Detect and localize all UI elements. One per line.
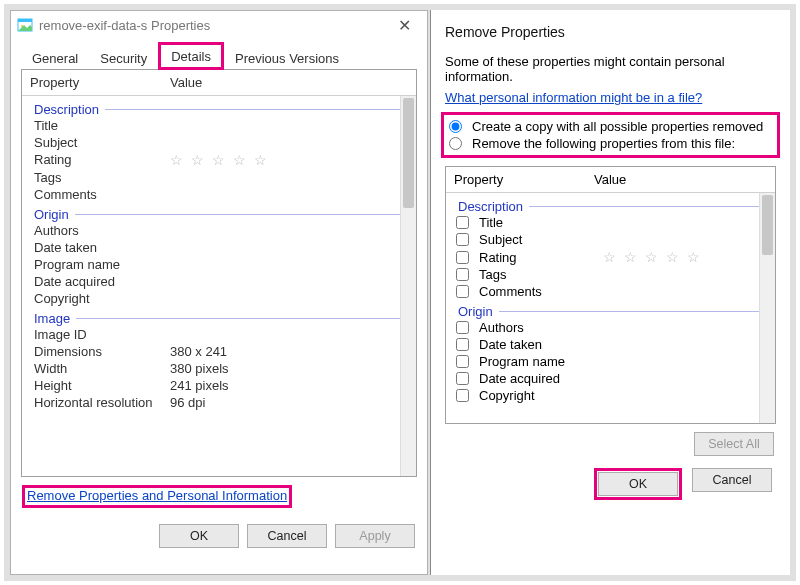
apply-button[interactable]: Apply xyxy=(335,524,415,548)
property-check-row[interactable]: Date acquired xyxy=(454,370,775,387)
radio-remove-following[interactable]: Remove the following properties from thi… xyxy=(447,135,771,152)
section-header: Image xyxy=(30,307,416,326)
property-check-row[interactable]: Rating☆ ☆ ☆ ☆ ☆ xyxy=(454,248,775,266)
window-title: remove-exif-data-s Properties xyxy=(39,18,210,33)
property-row[interactable]: Subject xyxy=(30,134,416,151)
property-checkbox[interactable] xyxy=(456,321,469,334)
scrollbar[interactable] xyxy=(400,96,416,476)
property-checkbox[interactable] xyxy=(456,389,469,402)
ok-button[interactable]: OK xyxy=(598,472,678,496)
section-header: Origin xyxy=(454,300,775,319)
dialog-title: Remove Properties xyxy=(445,24,776,40)
close-icon[interactable]: ✕ xyxy=(388,16,421,35)
property-check-row[interactable]: Program name xyxy=(454,353,775,370)
property-row[interactable]: Tags xyxy=(30,169,416,186)
property-checkbox[interactable] xyxy=(456,338,469,351)
tab-previous-versions[interactable]: Previous Versions xyxy=(224,46,350,70)
info-text: Some of these properties might contain p… xyxy=(445,54,776,84)
rating-stars[interactable]: ☆ ☆ ☆ ☆ ☆ xyxy=(170,152,269,168)
rating-stars[interactable]: ☆ ☆ ☆ ☆ ☆ xyxy=(603,249,702,265)
property-row[interactable]: Date taken xyxy=(30,239,416,256)
property-row[interactable]: Width380 pixels xyxy=(30,360,416,377)
tab-details[interactable]: Details xyxy=(158,42,224,70)
property-checkbox[interactable] xyxy=(456,355,469,368)
remove-properties-window: Remove Properties Some of these properti… xyxy=(430,10,790,575)
column-value[interactable]: Value xyxy=(586,167,775,193)
property-row[interactable]: Comments xyxy=(30,186,416,203)
remove-properties-link[interactable]: Remove Properties and Personal Informati… xyxy=(27,488,287,503)
radio-create-copy-input[interactable] xyxy=(449,120,462,133)
property-check-row[interactable]: Date taken xyxy=(454,336,775,353)
tab-general[interactable]: General xyxy=(21,46,89,70)
property-row[interactable]: Title xyxy=(30,117,416,134)
property-checkbox[interactable] xyxy=(456,268,469,281)
property-row[interactable]: Authors xyxy=(30,222,416,239)
file-properties-window: remove-exif-data-s Properties ✕ General … xyxy=(10,10,428,575)
scrollbar[interactable] xyxy=(759,193,775,423)
cancel-button[interactable]: Cancel xyxy=(692,468,772,492)
property-checkbox[interactable] xyxy=(456,216,469,229)
property-row[interactable]: Copyright xyxy=(30,290,416,307)
svg-rect-1 xyxy=(18,19,32,22)
cancel-button[interactable]: Cancel xyxy=(247,524,327,548)
property-row[interactable]: Date acquired xyxy=(30,273,416,290)
property-row[interactable]: Rating☆ ☆ ☆ ☆ ☆ xyxy=(30,151,416,169)
select-all-button[interactable]: Select All xyxy=(694,432,774,456)
property-check-list: Property Value DescriptionTitleSubjectRa… xyxy=(445,166,776,424)
property-check-row[interactable]: Subject xyxy=(454,231,775,248)
property-checkbox[interactable] xyxy=(456,251,469,264)
column-property[interactable]: Property xyxy=(446,167,586,193)
tab-security[interactable]: Security xyxy=(89,46,158,70)
section-header: Description xyxy=(454,195,775,214)
tabstrip: General Security Details Previous Versio… xyxy=(11,39,427,69)
property-checkbox[interactable] xyxy=(456,372,469,385)
property-checkbox[interactable] xyxy=(456,285,469,298)
property-check-row[interactable]: Authors xyxy=(454,319,775,336)
property-row[interactable]: Dimensions380 x 241 xyxy=(30,343,416,360)
titlebar: remove-exif-data-s Properties ✕ xyxy=(11,11,427,39)
dialog-buttons: OK Cancel Apply xyxy=(11,516,427,558)
radio-create-copy[interactable]: Create a copy with all possible properti… xyxy=(447,118,771,135)
column-property[interactable]: Property xyxy=(22,70,162,95)
property-check-row[interactable]: Comments xyxy=(454,283,775,300)
property-check-row[interactable]: Title xyxy=(454,214,775,231)
section-header: Description xyxy=(30,98,416,117)
property-row[interactable]: Program name xyxy=(30,256,416,273)
column-value[interactable]: Value xyxy=(162,70,416,95)
property-check-row[interactable]: Tags xyxy=(454,266,775,283)
property-row[interactable]: Horizontal resolution96 dpi xyxy=(30,394,416,411)
personal-info-link[interactable]: What personal information might be in a … xyxy=(445,90,702,105)
radio-remove-following-input[interactable] xyxy=(449,137,462,150)
section-header: Origin xyxy=(30,203,416,222)
property-checkbox[interactable] xyxy=(456,233,469,246)
radio-group: Create a copy with all possible properti… xyxy=(441,112,780,158)
details-list: Property Value DescriptionTitleSubjectRa… xyxy=(21,69,417,477)
app-icon xyxy=(17,17,33,33)
property-check-row[interactable]: Copyright xyxy=(454,387,775,404)
property-row[interactable]: Image ID xyxy=(30,326,416,343)
ok-button[interactable]: OK xyxy=(159,524,239,548)
property-row[interactable]: Height241 pixels xyxy=(30,377,416,394)
